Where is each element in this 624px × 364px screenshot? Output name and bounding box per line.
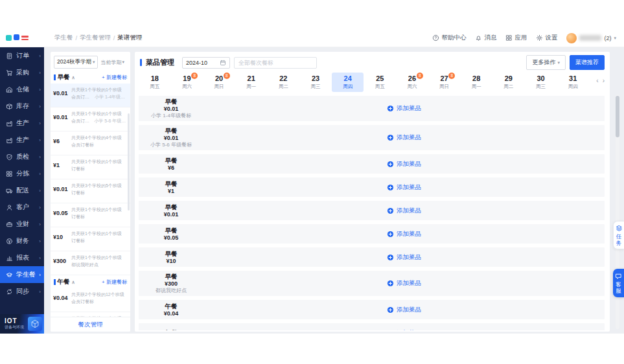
date-cell-18[interactable]: 18周五	[139, 73, 171, 92]
date-cell-25[interactable]: 25周五	[364, 73, 396, 92]
meal-section-header[interactable]: 午餐∧+ 新建餐标	[51, 275, 130, 288]
date-cell-28[interactable]: 28周一	[460, 73, 492, 92]
add-dish-button[interactable]: 添加菜品	[203, 300, 605, 319]
add-dish-button[interactable]: 添加菜品	[203, 96, 605, 121]
sidebar-item-业财[interactable]: 业财›	[0, 216, 44, 233]
meal-standard-line1: 共关联1个学校的1个班级	[71, 255, 128, 262]
date-cell-29[interactable]: 29周二	[492, 73, 525, 92]
meal-standard-item[interactable]: ¥15共关联4个学校的6个班级订餐标	[51, 312, 130, 317]
date-cell-22[interactable]: 22周二	[268, 73, 300, 92]
meal-standard-item[interactable]: ¥300共关联1个学校的1个班级都说我吃好点	[51, 251, 130, 275]
chevron-right-icon: ›	[39, 222, 41, 227]
date-cell-27[interactable]: 827周日	[428, 73, 461, 92]
cap-icon	[6, 271, 13, 279]
dish-row-note: 都说我吃好点	[156, 288, 187, 294]
next-dates-button[interactable]: ›	[603, 77, 605, 84]
more-actions-button[interactable]: 更多操作 ▾	[526, 55, 566, 70]
chevron-right-icon: ›	[39, 104, 41, 109]
add-dish-button[interactable]: 添加菜品	[203, 247, 605, 267]
date-cell-26[interactable]: 826周六	[396, 73, 428, 92]
add-dish-button[interactable]: 添加菜品	[203, 154, 605, 174]
meal-standard-item[interactable]: ¥10共关联1个学校的1个班级订餐标	[51, 227, 130, 251]
month-picker[interactable]: 2024-10	[182, 57, 230, 69]
header-action-2[interactable]: 消息	[475, 34, 496, 42]
sidebar-item-label: 客户	[16, 203, 29, 212]
collapse-icon[interactable]: ∧	[72, 280, 75, 285]
meal-standard-line1: 共关联2个学校的12个班级	[71, 291, 128, 299]
box-icon	[6, 103, 13, 110]
add-dish-button[interactable]: 添加菜品	[203, 271, 605, 296]
sidebar-item-库存[interactable]: 库存›	[0, 98, 44, 115]
meal-filter-input[interactable]	[234, 57, 317, 69]
title-accent-bar	[140, 59, 142, 66]
meal-standard-line2: 会员订餐标	[71, 118, 92, 125]
support-tab[interactable]: 客服	[613, 269, 624, 297]
dish-row: 早餐¥0.01添加菜品	[139, 201, 605, 220]
header-action-4[interactable]: 设置	[536, 34, 557, 42]
date-weekday: 周三	[311, 84, 321, 90]
sidebar-item-仓储[interactable]: 仓储›	[0, 81, 44, 98]
sidebar-item-生产[interactable]: 生产›	[0, 115, 44, 131]
meal-standard-price: ¥0.05	[53, 207, 69, 224]
sidebar-item-同步[interactable]: 同步›	[0, 283, 44, 300]
meal-manage-button[interactable]: 餐次管理	[51, 317, 130, 332]
sidebar-item-采购[interactable]: 采购›	[0, 64, 44, 81]
add-dish-button[interactable]: 添加菜品	[203, 125, 605, 150]
sidebar-item-财务[interactable]: 财务›	[0, 233, 44, 249]
chevron-down-icon: ▾	[614, 36, 616, 41]
term-filter[interactable]: 当前学期 ▾	[100, 59, 124, 66]
breadcrumb-item-2[interactable]: 学生餐管理	[80, 34, 111, 42]
date-cell-30[interactable]: 30周三	[525, 73, 557, 92]
header-action-1[interactable]: 帮助中心	[432, 34, 466, 42]
sidebar-item-质检[interactable]: 质检›	[0, 148, 44, 165]
header-action-3[interactable]: 应用	[505, 34, 527, 42]
add-dish-button[interactable]: 添加菜品	[203, 201, 605, 220]
meal-standard-item[interactable]: ¥1共关联1个学校的1个班级订餐标	[51, 155, 130, 179]
prev-dates-button[interactable]: ‹	[596, 77, 598, 84]
dish-row-meal: 早餐¥0.01	[139, 201, 203, 220]
meal-standard-item[interactable]: ¥0.01共关联1个学校的1个班级会员订餐标小学 1-4年级餐标	[51, 84, 130, 108]
sidebar-item-学生餐[interactable]: 学生餐›	[0, 266, 44, 283]
dish-row: 午餐¥0.04添加菜品	[139, 300, 605, 319]
meal-standard-item[interactable]: ¥0.05共关联1个学校的1个班级订餐标	[51, 203, 130, 227]
date-cell-21[interactable]: 21周一	[235, 73, 268, 92]
date-cell-19[interactable]: 819周六	[171, 73, 203, 92]
date-cell-20[interactable]: 820周日	[203, 73, 235, 92]
date-cell-24[interactable]: 24周四	[332, 73, 364, 92]
user-menu[interactable]: (2) ▾	[566, 33, 616, 43]
recommend-button[interactable]: 菜谱推荐	[570, 55, 605, 70]
gear-icon	[536, 34, 543, 41]
term-select[interactable]: 2024秋季学期 ▾	[54, 56, 98, 69]
task-tab[interactable]: 任务	[613, 221, 624, 249]
meal-standard-item[interactable]: ¥6共关联4个学校的4个班级会员订餐标	[51, 131, 130, 155]
chevron-right-icon: ›	[39, 171, 41, 177]
breadcrumb-item-1[interactable]: 学生餐	[54, 34, 73, 42]
add-dish-button[interactable]: 添加菜品	[203, 323, 605, 330]
sidebar-item-订单[interactable]: 订单›	[0, 47, 44, 64]
header-actions: 帮助中心消息应用设置	[432, 34, 557, 42]
sidebar-item-label: 生产	[16, 135, 29, 144]
meal-standard-item[interactable]: ¥0.04共关联2个学校的12个班级会员订餐标	[51, 288, 130, 312]
new-standard-link[interactable]: + 新建餐标	[102, 74, 127, 81]
date-cell-31[interactable]: 31周四	[557, 73, 589, 92]
left-list-scrollbar[interactable]	[128, 113, 130, 210]
sidebar-menu: 订单›采购›仓储›库存›生产›生产›质检›分拣›配送›客户›业财›财务›报表›学…	[0, 47, 44, 300]
sidebar-item-配送[interactable]: 配送›	[0, 182, 44, 199]
dish-row-meal: 早餐¥300都说我吃好点	[139, 271, 203, 296]
add-dish-button[interactable]: 添加菜品	[203, 224, 605, 244]
date-weekday: 周一	[472, 84, 481, 90]
scrollbar-thumb[interactable]	[616, 96, 619, 137]
sidebar-item-客户[interactable]: 客户›	[0, 199, 44, 216]
meal-section-header[interactable]: 早餐∧+ 新建餐标	[51, 71, 130, 84]
sidebar-item-生产[interactable]: 生产›	[0, 131, 44, 148]
date-cell-23[interactable]: 23周三	[299, 73, 332, 92]
collapse-icon[interactable]: ∧	[72, 75, 75, 80]
sidebar-item-分拣[interactable]: 分拣›	[0, 165, 44, 182]
meal-standard-item[interactable]: ¥0.01共关联3个学校的5个班级订餐标	[51, 179, 130, 203]
meal-standard-price: ¥0.01	[53, 183, 69, 200]
add-dish-button[interactable]: 添加菜品	[203, 177, 605, 197]
meal-standard-item[interactable]: ¥0.01共关联1个学校的1个班级会员订餐标小学 5-6 年级餐标	[51, 108, 130, 131]
chevron-right-icon: ›	[39, 238, 41, 244]
sidebar-item-报表[interactable]: 报表›	[0, 249, 44, 266]
new-standard-link[interactable]: + 新建餐标	[102, 279, 127, 286]
